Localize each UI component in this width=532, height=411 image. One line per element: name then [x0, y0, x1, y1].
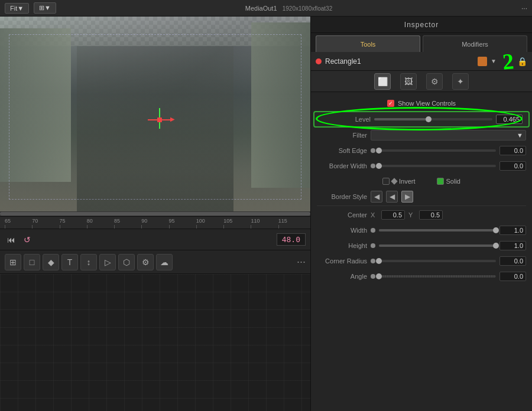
corner-radius-thumb[interactable] — [376, 258, 382, 264]
tool-effect[interactable]: ☁ — [156, 254, 173, 270]
width-thumb[interactable] — [493, 227, 499, 233]
resolution-label: 1920x1080xfloat32 — [283, 5, 333, 12]
ruler-mark-100: 100 — [196, 218, 223, 229]
prop-tab-sparkle[interactable]: ✦ — [452, 73, 469, 90]
angle-slider[interactable] — [379, 275, 496, 278]
node-color-swatch[interactable] — [478, 57, 487, 66]
tools-tab[interactable]: Tools — [316, 35, 420, 52]
tool-text[interactable]: T — [61, 254, 78, 270]
node-graph[interactable]: ▶ Rectangle1 MediaIn1 MediaOut1 1 — [0, 274, 310, 411]
show-view-label: Show View Controls — [398, 100, 456, 107]
solid-checkbox[interactable] — [437, 178, 444, 185]
center-y-value[interactable]: 0.5 — [419, 210, 443, 220]
top-toolbar: Fit▼ ⊞▼ MediaOut1 1920x1080xfloat32 ··· — [0, 0, 532, 17]
prop-tab-shape[interactable]: ⬜ — [374, 73, 391, 90]
skip-to-start-button[interactable]: ⏮ — [5, 234, 18, 246]
ruler-mark-95: 95 — [169, 218, 196, 229]
level-slider-fill — [374, 118, 429, 120]
width-slider[interactable] — [379, 229, 496, 231]
width-label: Width — [317, 227, 367, 234]
solid-label: Solid — [446, 178, 460, 185]
annotation-number-2: 2 — [501, 48, 515, 74]
main-content: 65 70 75 80 85 — [0, 17, 532, 411]
view-options-button[interactable]: ⊞▼ — [34, 2, 56, 14]
filter-dropdown[interactable]: ▼ — [371, 130, 526, 141]
level-slider[interactable] — [374, 118, 492, 120]
timecode-display[interactable]: 48.0 — [277, 233, 306, 246]
invert-checkbox[interactable] — [382, 178, 390, 185]
soft-edge-thumb[interactable] — [376, 148, 382, 154]
timeline-ruler: 65 70 75 80 85 — [0, 216, 310, 229]
node-title-bar: Rectangle1 ▼ 2 🔒 — [311, 52, 532, 71]
soft-edge-row: Soft Edge 0.0 — [311, 143, 532, 158]
more-tools-button[interactable]: ··· — [297, 256, 306, 268]
soft-edge-slider[interactable] — [379, 149, 496, 152]
level-label: Level — [320, 116, 371, 123]
tool-3d[interactable]: ◆ — [43, 254, 59, 270]
border-style-btn-1[interactable]: ◀ — [371, 191, 382, 203]
solid-item: Solid — [437, 178, 460, 185]
level-value[interactable]: 0.465 — [496, 115, 523, 124]
viewer — [0, 17, 310, 211]
border-style-btn-3[interactable]: ▶ — [401, 191, 413, 203]
transform-handle[interactable] — [148, 108, 171, 132]
border-width-dot — [371, 164, 375, 168]
center-x-value[interactable]: 0.5 — [381, 210, 405, 220]
angle-thumb[interactable] — [376, 273, 382, 279]
border-style-btn-2[interactable]: ◀ — [386, 191, 398, 203]
node-active-indicator — [316, 58, 322, 64]
lock-icon[interactable]: 🔒 — [517, 57, 527, 66]
media-out-title: MediaOut1 — [245, 5, 277, 12]
corner-radius-value[interactable]: 0.0 — [499, 256, 526, 266]
play-button[interactable]: ↺ — [21, 234, 33, 246]
prop-tab-settings[interactable]: ⚙ — [426, 73, 443, 90]
height-fill — [379, 244, 496, 247]
width-row: Width 1.0 — [311, 223, 532, 238]
ruler-mark-75: 75 — [60, 218, 87, 229]
level-slider-thumb[interactable] — [426, 116, 432, 122]
ruler-mark-90: 90 — [141, 218, 168, 229]
border-width-thumb[interactable] — [376, 163, 382, 169]
angle-value[interactable]: 0.0 — [499, 272, 526, 281]
node-toolbar: ⊞ □ ◆ T ↕ ▷ ⬡ ⚙ ☁ ··· — [0, 250, 310, 274]
soft-edge-value[interactable]: 0.0 — [499, 146, 526, 155]
ruler-mark-110: 110 — [251, 218, 278, 229]
height-slider[interactable] — [379, 244, 496, 247]
invert-label: Invert — [399, 178, 416, 185]
width-value[interactable]: 1.0 — [499, 226, 526, 235]
corner-radius-label: Corner Radius — [317, 257, 367, 265]
inspector-title: Inspector — [404, 21, 439, 29]
scrollbar-thumb — [0, 212, 310, 216]
border-width-value[interactable]: 0.0 — [499, 161, 526, 171]
more-icon[interactable]: ··· — [521, 4, 527, 12]
tool-shape[interactable]: □ — [24, 254, 40, 270]
width-dot — [371, 228, 375, 233]
x-axis-label: X — [371, 211, 378, 218]
ruler-mark-115: 115 — [278, 218, 306, 229]
tool-select[interactable]: ⊞ — [5, 254, 21, 270]
inspector-panel: Inspector Tools Modifiers Rectangle1 ▼ 2… — [310, 17, 532, 411]
show-view-check[interactable]: ✓ — [387, 100, 394, 107]
tool-transform[interactable]: ↕ — [80, 254, 97, 270]
viewer-scrollbar[interactable] — [0, 211, 310, 216]
node-name-label: Rectangle1 — [325, 57, 474, 66]
soft-edge-label: Soft Edge — [317, 147, 367, 154]
fit-button[interactable]: Fit▼ — [5, 3, 29, 14]
ruler-mark-65: 65 — [5, 218, 32, 229]
filter-row: Filter ▼ — [311, 128, 532, 143]
toolbar-right: ··· — [521, 4, 527, 12]
center-row: Center X 0.5 Y 0.5 — [311, 207, 532, 223]
border-width-slider[interactable] — [379, 165, 496, 167]
height-value[interactable]: 1.0 — [499, 241, 526, 250]
prop-tab-image[interactable]: 🖼 — [400, 73, 417, 90]
tool-particle[interactable]: ⬡ — [118, 254, 135, 270]
left-panel: 65 70 75 80 85 — [0, 17, 310, 411]
tool-settings[interactable]: ⚙ — [137, 254, 154, 270]
height-thumb[interactable] — [493, 243, 499, 249]
height-row: Height 1.0 — [311, 238, 532, 253]
y-axis-label: Y — [408, 211, 416, 218]
tool-composite[interactable]: ▷ — [99, 254, 116, 270]
node-dropdown-icon[interactable]: ▼ — [491, 58, 497, 64]
corner-radius-slider[interactable] — [379, 260, 496, 262]
building-left — [0, 28, 71, 182]
